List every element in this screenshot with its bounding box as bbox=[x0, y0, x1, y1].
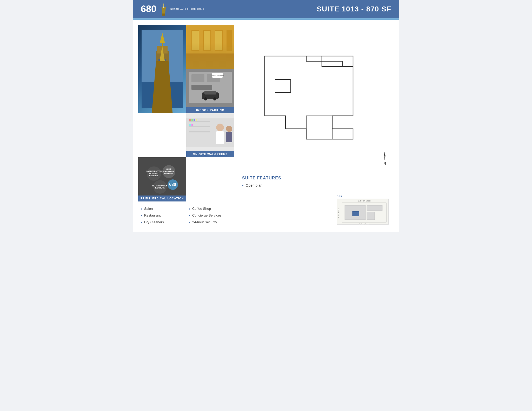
svg-rect-48 bbox=[189, 124, 191, 126]
svg-rect-43 bbox=[189, 131, 210, 132]
north-arrow: N bbox=[381, 151, 389, 165]
svg-rect-24 bbox=[192, 31, 199, 50]
building-svg bbox=[142, 30, 183, 108]
medical-image: NORTHWESTERNMEMORIALHOSPITAL LURIECHILDR… bbox=[138, 157, 186, 201]
amenities-list: • Salon • Restaurant • Dry Cleaners • bbox=[138, 207, 234, 227]
feature-label: Open plan bbox=[246, 183, 263, 187]
amenity-label: Restaurant bbox=[144, 213, 161, 217]
svg-rect-55 bbox=[306, 116, 332, 139]
key-wrapper: KEY bbox=[337, 194, 391, 225]
svg-marker-2 bbox=[162, 7, 166, 14]
key-section: KEY bbox=[240, 192, 394, 227]
svg-rect-23 bbox=[227, 30, 232, 51]
parking-image-cell: Public Parking INDOOR PARKING bbox=[186, 69, 234, 113]
building-icon bbox=[158, 3, 169, 16]
feature-bullet-icon: • bbox=[242, 183, 244, 188]
svg-text:Public Parking: Public Parking bbox=[211, 75, 224, 77]
medical-circles: NORTHWESTERNMEMORIALHOSPITAL LURIECHILDR… bbox=[145, 164, 179, 195]
680-circle: 680 bbox=[168, 179, 178, 190]
svg-rect-45 bbox=[191, 119, 193, 121]
amenity-concierge: • Concierge Services bbox=[189, 213, 232, 218]
svg-rect-32 bbox=[191, 85, 212, 90]
amenity-coffee: • Coffee Shop bbox=[189, 207, 232, 211]
logo: 680 NORTH LAKE SHORE DRIVE bbox=[141, 3, 204, 16]
svg-rect-14 bbox=[164, 59, 166, 62]
svg-rect-10 bbox=[162, 43, 163, 47]
svg-rect-12 bbox=[160, 61, 165, 62]
walgreens-image-cell: ON-SITE WALGREENS bbox=[186, 113, 234, 157]
suite-title: SUITE 1013 - 870 SF bbox=[317, 5, 391, 13]
floor-plan-container: N bbox=[240, 25, 394, 171]
amenity-security: • 24-hour Security bbox=[189, 220, 232, 225]
key-map-svg: E. Huron Street E. Erie Street N. McClur… bbox=[337, 199, 389, 225]
svg-rect-64 bbox=[353, 211, 359, 216]
svg-rect-3 bbox=[162, 14, 165, 16]
svg-rect-15 bbox=[158, 65, 161, 68]
svg-rect-53 bbox=[226, 132, 232, 142]
svg-rect-34 bbox=[204, 91, 216, 95]
header: 680 NORTH LAKE SHORE DRIVE SUITE 1013 - … bbox=[133, 0, 399, 18]
svg-marker-0 bbox=[163, 3, 164, 5]
amenities-col-2: • Coffee Shop • Concierge Services • 24-… bbox=[189, 207, 232, 227]
lobby-svg bbox=[186, 25, 234, 69]
amenities-col-1: • Salon • Restaurant • Dry Cleaners bbox=[141, 207, 184, 227]
svg-rect-18 bbox=[164, 72, 166, 75]
svg-rect-62 bbox=[367, 205, 382, 211]
bullet-icon: • bbox=[141, 213, 142, 218]
svg-text:N. McClurg Ct.: N. McClurg Ct. bbox=[338, 208, 339, 218]
svg-point-52 bbox=[226, 126, 232, 132]
logo-address: NORTH LAKE SHORE DRIVE bbox=[170, 8, 204, 10]
svg-rect-26 bbox=[215, 31, 222, 50]
bullet-icon: • bbox=[189, 213, 190, 218]
amenity-salon: • Salon bbox=[141, 207, 184, 211]
svg-rect-46 bbox=[194, 119, 195, 121]
lobby-image bbox=[186, 25, 234, 69]
svg-rect-49 bbox=[191, 124, 193, 126]
compass-svg bbox=[381, 151, 389, 160]
walgreens-svg bbox=[186, 113, 234, 157]
right-panel: N SUITE FEATURES • Open plan KEY bbox=[240, 25, 394, 227]
svg-text:E. Huron Street: E. Huron Street bbox=[358, 200, 370, 202]
image-grid: Public Parking INDOOR PARKING bbox=[138, 25, 234, 201]
floor-plan-svg bbox=[254, 48, 379, 147]
north-label: N bbox=[381, 162, 389, 165]
svg-rect-25 bbox=[204, 31, 210, 50]
amenity-label: 24-hour Security bbox=[192, 220, 217, 224]
medical-label: PRIME MEDICAL LOCATION bbox=[138, 196, 186, 201]
north-arrow-symbol bbox=[381, 151, 389, 162]
bullet-icon: • bbox=[189, 220, 190, 225]
svg-rect-51 bbox=[216, 131, 224, 144]
parking-svg: Public Parking bbox=[186, 69, 234, 113]
suite-features: SUITE FEATURES • Open plan bbox=[240, 171, 394, 192]
northwestern-circle: NORTHWESTERNMEMORIALHOSPITAL bbox=[147, 166, 161, 181]
rehab-circle: REHABILITATIONINSTITUTE bbox=[153, 180, 167, 194]
medical-image-cell: NORTHWESTERNMEMORIALHOSPITAL LURIECHILDR… bbox=[138, 157, 186, 201]
amenity-label: Coffee Shop bbox=[192, 207, 211, 211]
svg-rect-44 bbox=[189, 119, 191, 121]
svg-rect-54 bbox=[275, 79, 291, 92]
amenity-dry-cleaners: • Dry Cleaners bbox=[141, 220, 184, 225]
svg-rect-42 bbox=[189, 126, 210, 127]
svg-rect-63 bbox=[367, 212, 375, 220]
svg-text:E. Erie Street: E. Erie Street bbox=[359, 223, 370, 225]
feature-open-plan: • Open plan bbox=[242, 183, 391, 188]
svg-rect-17 bbox=[158, 72, 161, 75]
svg-rect-11 bbox=[160, 56, 165, 57]
building-image-cell bbox=[138, 25, 186, 113]
svg-rect-16 bbox=[164, 65, 166, 68]
building-image bbox=[138, 25, 186, 113]
key-map: E. Huron Street E. Erie Street N. McClur… bbox=[337, 199, 389, 225]
svg-point-36 bbox=[213, 97, 216, 100]
svg-point-4 bbox=[163, 6, 164, 8]
svg-rect-6 bbox=[142, 82, 183, 108]
svg-rect-30 bbox=[191, 74, 204, 82]
svg-point-50 bbox=[216, 124, 224, 131]
page: 680 NORTH LAKE SHORE DRIVE SUITE 1013 - … bbox=[133, 0, 399, 232]
logo-number: 680 bbox=[141, 4, 156, 15]
amenity-restaurant: • Restaurant bbox=[141, 213, 184, 218]
amenity-label: Concierge Services bbox=[192, 213, 222, 217]
svg-rect-27 bbox=[186, 53, 234, 69]
amenity-label: Dry Cleaners bbox=[144, 220, 164, 224]
svg-point-35 bbox=[204, 97, 207, 100]
parking-image: Public Parking bbox=[186, 69, 234, 113]
